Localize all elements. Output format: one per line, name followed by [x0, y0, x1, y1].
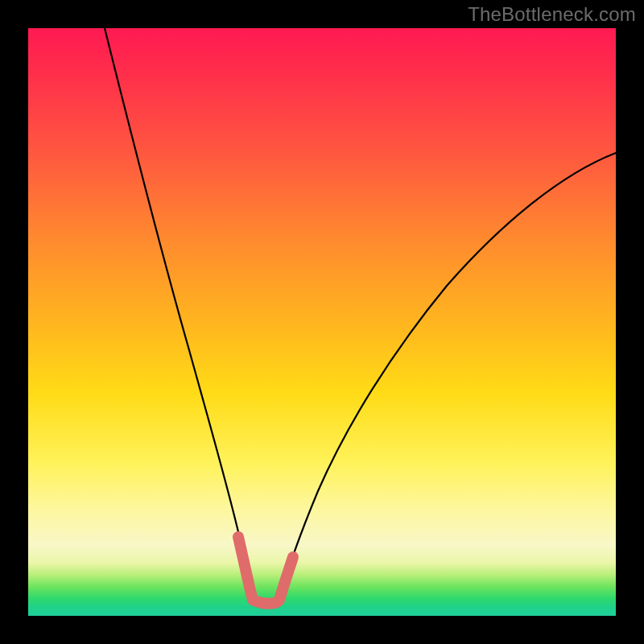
pink-segment-left — [238, 537, 253, 600]
left-curve — [105, 28, 253, 600]
curve-layer — [28, 28, 616, 616]
plot-area — [28, 28, 616, 616]
right-curve — [279, 153, 616, 600]
chart-container: TheBottleneck.com — [0, 0, 644, 644]
watermark-text: TheBottleneck.com — [468, 3, 636, 26]
pink-segment-right — [279, 557, 293, 600]
